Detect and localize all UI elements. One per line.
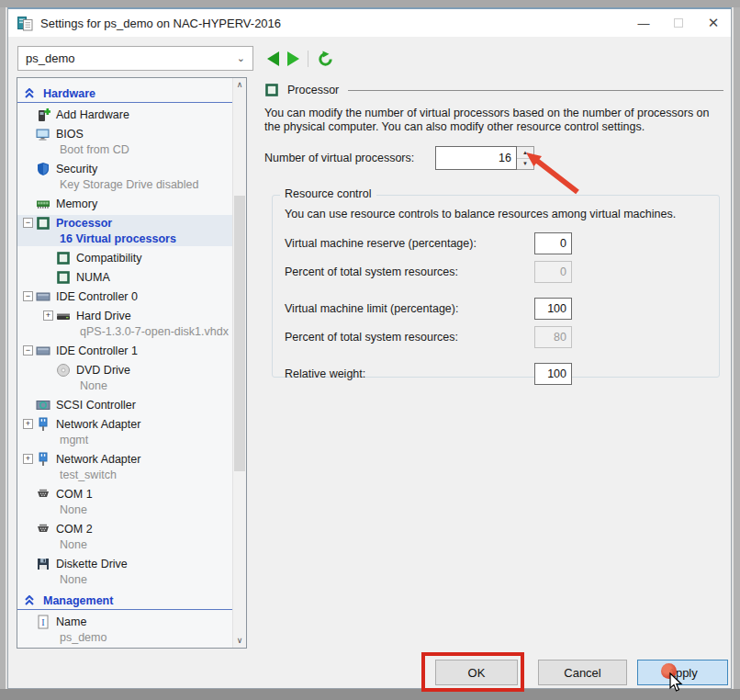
vp-count-input[interactable]	[435, 146, 517, 170]
navigate-forward-button[interactable]	[287, 51, 299, 66]
relative-weight-label: Relative weight:	[285, 367, 365, 380]
sidebar-scrollbar[interactable]: ∧ ∨	[232, 78, 246, 648]
tree-item-security[interactable]: Security Key Storage Drive disabled	[17, 161, 232, 192]
vm-reserve-label: Virtual machine reserve (percentage):	[285, 237, 477, 250]
tree-item-compatibility[interactable]: Compatibility	[17, 250, 232, 265]
controller-icon	[36, 344, 50, 358]
expand-toggle[interactable]: +	[43, 310, 53, 321]
tree-item-subtext: None	[17, 502, 232, 517]
expand-toggle[interactable]: +	[23, 419, 33, 429]
tree-item-dvd-drive[interactable]: DVD Drive None	[17, 362, 232, 393]
tree-item-processor-selected[interactable]: − Processor 16 Virtual processors	[17, 215, 232, 246]
window-bottom-edge	[0, 689, 740, 700]
groupbox-legend: Resource control	[280, 187, 376, 200]
tree-item-ide-controller-0[interactable]: − IDE Controller 0	[17, 288, 232, 304]
com-port-icon	[36, 522, 50, 536]
close-icon: ✕	[708, 15, 720, 31]
expand-toggle[interactable]: +	[23, 454, 33, 464]
processor-icon	[56, 251, 71, 265]
cancel-button[interactable]: Cancel	[538, 660, 627, 685]
section-label: Management	[43, 594, 113, 607]
spinner-up-button[interactable]: ▲	[517, 147, 533, 158]
tree-item-network-adapter-2[interactable]: + Network Adapter test_switch	[17, 451, 232, 482]
refresh-button[interactable]	[317, 51, 334, 68]
scroll-down-arrow[interactable]: ∨	[233, 634, 246, 648]
processor-icon	[264, 83, 279, 97]
tree-item-subtext: mgmt	[17, 432, 232, 447]
collapse-chevrons-icon	[25, 595, 34, 605]
section-label: Hardware	[43, 87, 95, 100]
tree-item-subtext: ps_demo	[17, 629, 232, 645]
section-header-management[interactable]: Management	[17, 592, 232, 610]
window-title: Settings for ps_demo on NAC-HYPERV-2016	[40, 17, 281, 30]
tree-item-subtext: None	[17, 536, 232, 552]
tree-item-scsi-controller[interactable]: SCSI Controller	[17, 397, 232, 412]
controller-icon	[36, 289, 50, 304]
memory-icon	[36, 197, 50, 211]
network-adapter-icon	[36, 417, 50, 432]
tree-item-diskette-drive[interactable]: Diskette Drive None	[17, 556, 232, 587]
percent-total-2-label: Percent of total system resources:	[285, 331, 458, 344]
svg-text:I: I	[41, 616, 44, 627]
spinner-down-button[interactable]: ▼	[517, 158, 533, 170]
close-button[interactable]: ✕	[696, 9, 731, 37]
section-header-hardware[interactable]: Hardware	[17, 85, 232, 103]
collapse-toggle[interactable]: −	[23, 218, 33, 228]
relative-weight-input[interactable]	[534, 363, 572, 385]
maximize-button[interactable]	[661, 9, 696, 37]
desktop-margin-left	[0, 7, 6, 689]
ok-button[interactable]: OK	[435, 660, 518, 685]
add-hardware-icon	[36, 107, 50, 122]
collapse-toggle[interactable]: −	[23, 291, 33, 301]
vm-selector-dropdown[interactable]: ps_demo ⌄	[17, 46, 253, 71]
dvd-drive-icon	[56, 363, 71, 378]
vm-reserve-input[interactable]	[534, 232, 572, 254]
network-adapter-icon	[36, 452, 50, 467]
tree-item-com2[interactable]: COM 2 None	[17, 521, 232, 552]
desktop-margin-right	[734, 7, 740, 689]
tree-item-subtext: qPS-1.3.0-7-open-disk1.vhdx	[17, 323, 232, 339]
apply-button[interactable]: Apply	[637, 660, 728, 685]
com-port-icon	[36, 487, 50, 502]
security-shield-icon	[36, 162, 50, 176]
panel-title: Processor	[287, 84, 339, 96]
vm-limit-input[interactable]	[534, 298, 572, 320]
processor-icon	[36, 216, 50, 231]
header-rule	[348, 90, 723, 91]
tree-item-memory[interactable]: Memory	[17, 196, 232, 211]
minimize-button[interactable]: —	[626, 9, 661, 37]
processor-icon	[56, 270, 71, 285]
scroll-up-arrow[interactable]: ∧	[233, 78, 246, 92]
tree-item-numa[interactable]: NUMA	[17, 269, 232, 285]
toolbar-separator	[308, 51, 308, 67]
tree-item-hard-drive[interactable]: + Hard Drive qPS-1.3.0-7-open-disk1.vhdx	[17, 308, 232, 339]
name-page-icon: I	[36, 615, 50, 629]
scsi-controller-icon	[36, 398, 50, 412]
panel-description: You can modify the number of virtual pro…	[264, 107, 720, 134]
collapse-toggle[interactable]: −	[23, 345, 33, 356]
tree-item-com1[interactable]: COM 1 None	[17, 486, 232, 517]
settings-dialog: Settings for ps_demo on NAC-HYPERV-2016 …	[7, 7, 732, 689]
tree-item-name[interactable]: I Name ps_demo	[17, 614, 232, 645]
tree-item-network-adapter-1[interactable]: + Network Adapter mgmt	[17, 416, 232, 447]
tree-item-add-hardware[interactable]: Add Hardware	[17, 107, 232, 122]
scrollbar-thumb[interactable]	[234, 196, 245, 471]
tree-item-subtext: None	[17, 378, 232, 393]
tree-item-ide-controller-1[interactable]: − IDE Controller 1	[17, 343, 232, 358]
hyperv-settings-icon	[17, 16, 33, 31]
tree-item-bios[interactable]: BIOS Boot from CD	[17, 126, 232, 157]
desktop-margin-top	[0, 0, 740, 7]
chevron-down-icon: ⌄	[237, 52, 245, 64]
maximize-icon	[674, 18, 683, 28]
vm-limit-label: Virtual machine limit (percentage):	[285, 302, 458, 315]
vp-count-label: Number of virtual processors:	[264, 152, 414, 164]
diskette-icon	[36, 557, 50, 571]
percent-total-1-label: Percent of total system resources:	[285, 265, 458, 278]
tree-item-subtext: 16 Virtual processors	[17, 231, 232, 246]
hard-drive-icon	[56, 309, 71, 323]
navigate-back-button[interactable]	[267, 51, 279, 66]
hardware-tree-panel: Hardware Add Hardware BIOS Boot from	[17, 77, 247, 649]
groupbox-description: You can use resource controls to balance…	[285, 208, 719, 220]
tree-item-subtext: Boot from CD	[17, 141, 232, 157]
percent-total-1-input	[534, 261, 572, 283]
